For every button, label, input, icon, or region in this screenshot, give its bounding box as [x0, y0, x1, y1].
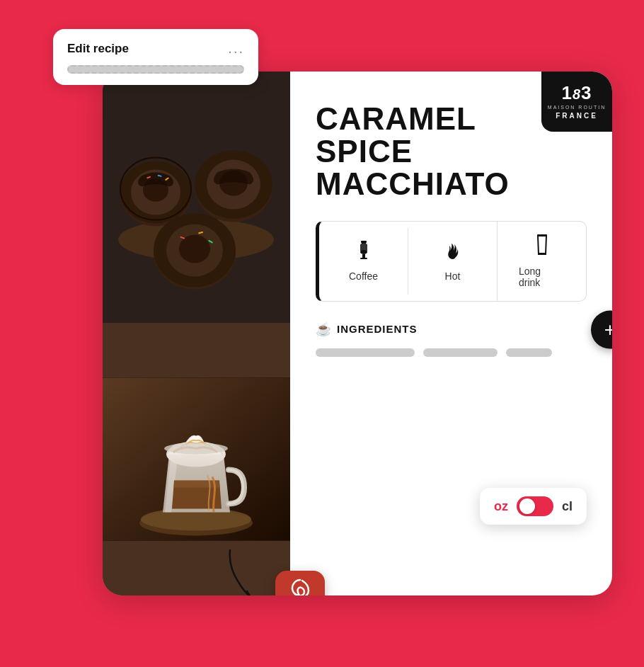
edit-recipe-card: Edit recipe ...	[53, 29, 258, 85]
tag-hot-label: Hot	[445, 270, 461, 282]
brand-logo: 183 MAISON ROUTIN FRANCE	[541, 72, 612, 132]
ingredients-header: ☕ INGREDIENTS	[316, 321, 587, 337]
unit-cl-label: cl	[562, 499, 573, 514]
toggle-knob	[519, 498, 535, 514]
brand-country: FRANCE	[556, 112, 598, 120]
ingredient-bar-2	[423, 348, 498, 357]
tag-coffee-label: Coffee	[349, 270, 378, 282]
long-drink-icon	[535, 234, 549, 260]
more-dots-button[interactable]: ...	[228, 40, 244, 57]
unit-oz-label: oz	[494, 499, 508, 514]
tag-hot: Hot	[408, 228, 497, 295]
arrow-svg	[216, 543, 265, 595]
unit-toggle-switch[interactable]	[517, 496, 553, 516]
hot-icon	[444, 241, 461, 265]
edit-recipe-title: Edit recipe	[67, 42, 129, 56]
ingredients-icon: ☕	[316, 321, 331, 337]
recipe-title-line2: SPICE	[316, 134, 413, 169]
unit-toggle[interactable]: oz cl	[480, 488, 587, 525]
scene: Edit recipe ...	[32, 29, 612, 638]
ingredients-bars	[316, 348, 587, 357]
brand-year-text: 1	[561, 82, 572, 103]
pdf-area: PDF	[216, 543, 325, 595]
tag-long-drink: Long drink	[497, 222, 586, 301]
recipe-title-line1: CARAMEL	[316, 101, 476, 136]
recipe-card: 183 MAISON ROUTIN FRANCE CARAMEL SPICE M…	[103, 72, 612, 595]
recipe-card-inner: 183 MAISON ROUTIN FRANCE CARAMEL SPICE M…	[103, 72, 612, 595]
donut-image	[103, 72, 290, 323]
ingredients-title: INGREDIENTS	[337, 323, 418, 335]
brand-infinity: 8	[573, 86, 581, 102]
svg-point-18	[179, 235, 210, 263]
ingredient-bar-1	[316, 348, 415, 357]
brand-year: 183	[561, 84, 592, 102]
coffee-icon	[355, 241, 372, 265]
brand-subtitle: MAISON ROUTIN	[548, 104, 606, 111]
svg-point-31	[360, 250, 367, 254]
edit-recipe-input[interactable]	[67, 65, 244, 74]
tag-coffee: Coffee	[319, 228, 408, 295]
recipe-image	[103, 72, 290, 595]
tags-row: Coffee Hot	[316, 221, 587, 302]
pdf-acrobat-icon	[289, 577, 311, 595]
pdf-icon[interactable]: PDF	[275, 571, 325, 595]
recipe-title-line3: MACCHIATO	[316, 166, 510, 201]
edit-recipe-header: Edit recipe ...	[67, 40, 244, 57]
brand-year-3: 3	[581, 82, 592, 103]
svg-rect-33	[360, 258, 367, 259]
recipe-content: 183 MAISON ROUTIN FRANCE CARAMEL SPICE M…	[290, 72, 612, 595]
svg-point-27	[164, 443, 228, 455]
ingredient-bar-3	[506, 348, 552, 357]
tag-long-drink-label: Long drink	[519, 266, 565, 288]
svg-rect-35	[539, 253, 546, 254]
